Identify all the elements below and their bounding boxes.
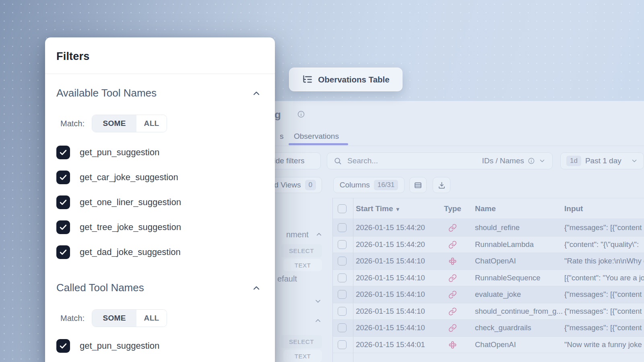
tool-option[interactable]: get_pun_suggestion (56, 339, 264, 353)
tool-option-label: get_car_joke_suggestion (80, 172, 178, 183)
observation-type-icon (448, 324, 457, 332)
table-row[interactable]: 2026-01-15 15:44:10 ChatOpenAI "Rate thi… (332, 253, 644, 270)
chevron-up-icon[interactable] (252, 283, 261, 293)
section-title: Available Tool Names (56, 87, 157, 99)
tool-option[interactable]: get_dad_joke_suggestion (56, 245, 264, 259)
cell-name: should_refine (475, 223, 520, 232)
column-header-input[interactable]: Input (564, 204, 583, 213)
table-row[interactable]: 2026-01-15 15:44:10 RunnableSequence [{"… (332, 270, 644, 287)
cell-start-time: 2026-01-15 15:44:10 (356, 290, 425, 299)
row-checkbox[interactable] (338, 223, 347, 232)
row-checkbox[interactable] (338, 274, 347, 282)
table-row[interactable]: 2026-01-15 15:44:10 check_guardrails {"m… (332, 320, 644, 337)
section-header-available-tool-names[interactable]: Available Tool Names (56, 87, 264, 99)
search-input[interactable] (347, 156, 444, 165)
screen: ng s Observations ide filters IDs / Name… (0, 0, 644, 362)
chevron-up-icon[interactable] (252, 88, 261, 98)
sidebar-fragment-select-toggle[interactable]: SELECT (281, 335, 322, 348)
match-option-some[interactable]: SOME (92, 310, 136, 327)
column-header-start-time[interactable]: Start Time ▼ (356, 204, 400, 213)
search-input-container: IDs / Names (327, 152, 553, 169)
sidebar-fragment-text-toggle[interactable]: TEXT (283, 350, 322, 362)
cell-input: {"messages": [{"content (564, 290, 642, 299)
chevron-down-icon[interactable] (314, 297, 322, 305)
row-checkbox[interactable] (338, 290, 347, 299)
checked-checkbox[interactable] (56, 171, 70, 184)
match-segmented-control: SOME ALL (92, 115, 167, 132)
table-row[interactable]: 2026-01-15 15:44:01 ChatOpenAI "Now writ… (332, 337, 644, 354)
row-height-icon (414, 181, 422, 189)
filters-modal-title: Filters (56, 50, 264, 63)
chevron-up-icon[interactable] (315, 230, 323, 238)
filters-modal: Filters Available Tool Names Match: SOME… (45, 37, 275, 362)
checked-checkbox[interactable] (56, 245, 70, 259)
row-checkbox[interactable] (338, 340, 347, 349)
tool-option[interactable]: get_pun_suggestion (56, 146, 264, 159)
tool-option[interactable]: get_tree_joke_suggestion (56, 220, 264, 234)
cell-name: evaluate_joke (475, 290, 521, 299)
sidebar-fragment-text-toggle[interactable]: TEXT (283, 259, 322, 271)
row-checkbox[interactable] (338, 257, 347, 265)
time-range-badge: 1d (566, 156, 581, 166)
observation-type-icon (448, 274, 457, 282)
section-title: Called Tool Names (56, 282, 144, 294)
tool-option-label: get_pun_suggestion (80, 147, 159, 158)
cell-input: "Rate this joke:\n\nWhy d (564, 257, 644, 265)
table-row[interactable]: 2026-01-15 15:44:20 RunnableLambda {"con… (332, 237, 644, 253)
cell-start-time: 2026-01-15 15:44:01 (356, 340, 425, 349)
table-row[interactable]: 2026-01-15 15:44:10 evaluate_joke {"mess… (332, 286, 644, 303)
tab-observations[interactable]: Observations (294, 132, 339, 141)
export-button[interactable] (433, 177, 450, 193)
cell-name: RunnableLambda (475, 240, 534, 249)
table-body: 2026-01-15 15:44:20 should_refine {"mess… (332, 220, 644, 353)
start-time-header-label: Start Time (356, 204, 393, 213)
columns-button[interactable]: Columns 16/31 (333, 177, 405, 193)
match-option-all[interactable]: ALL (136, 310, 167, 327)
section-header-called-tool-names[interactable]: Called Tool Names (56, 282, 264, 294)
tool-option[interactable]: get_car_joke_suggestion (56, 171, 264, 184)
cell-input: "Now write a funny joke (564, 340, 642, 349)
table-row[interactable]: 2026-01-15 15:44:20 should_refine {"mess… (332, 220, 644, 237)
cell-start-time: 2026-01-15 15:44:20 (356, 223, 425, 232)
search-scope-dropdown[interactable]: IDs / Names (482, 156, 546, 165)
tab-partial[interactable]: s (280, 132, 284, 141)
row-checkbox[interactable] (338, 240, 347, 249)
columns-label: Columns (340, 181, 370, 189)
sort-desc-icon: ▼ (395, 206, 400, 212)
info-icon[interactable] (528, 157, 535, 165)
checked-checkbox[interactable] (56, 195, 70, 209)
row-height-button[interactable] (409, 177, 427, 193)
tool-option-label: get_tree_joke_suggestion (80, 222, 181, 232)
match-segmented-control: SOME ALL (92, 309, 167, 327)
cell-start-time: 2026-01-15 15:44:20 (356, 240, 425, 249)
sidebar-fragment-select-toggle[interactable]: SELECT (281, 244, 322, 257)
search-scope-label: IDs / Names (482, 156, 524, 165)
match-option-all[interactable]: ALL (136, 115, 167, 132)
time-range-button[interactable]: 1d Past 1 day (560, 152, 644, 169)
checked-checkbox[interactable] (56, 220, 70, 234)
column-header-name[interactable]: Name (475, 204, 496, 213)
checked-checkbox[interactable] (56, 339, 70, 353)
row-checkbox[interactable] (338, 307, 347, 316)
info-icon[interactable] (297, 110, 305, 118)
active-tab-underline (289, 143, 348, 145)
cell-input: {"messages": [{"content (564, 323, 642, 332)
tool-options-list: get_pun_suggestion (56, 339, 264, 353)
match-label: Match: (60, 119, 85, 128)
select-all-checkbox[interactable] (338, 204, 347, 213)
cell-start-time: 2026-01-15 15:44:10 (356, 307, 425, 316)
cell-input: {"content": "{\"quality\": (564, 240, 639, 249)
column-header-type[interactable]: Type (444, 204, 461, 213)
match-row: Match: SOME ALL (56, 115, 264, 132)
tool-option-label: get_dad_joke_suggestion (80, 247, 181, 257)
checked-checkbox[interactable] (56, 146, 70, 159)
columns-count-badge: 16/31 (374, 180, 398, 190)
row-checkbox[interactable] (338, 323, 347, 332)
cell-start-time: 2026-01-15 15:44:10 (356, 323, 425, 332)
match-option-some[interactable]: SOME (92, 115, 136, 132)
chevron-up-icon[interactable] (314, 317, 322, 325)
table-row[interactable]: 2026-01-15 15:44:10 should_continue_from… (332, 303, 644, 320)
observations-table: Start Time ▼ Type Name Input 2026-01-15 … (332, 198, 644, 362)
tool-option[interactable]: get_one_liner_suggestion (56, 195, 264, 209)
cell-name: should_continue_from_g... (475, 307, 563, 316)
